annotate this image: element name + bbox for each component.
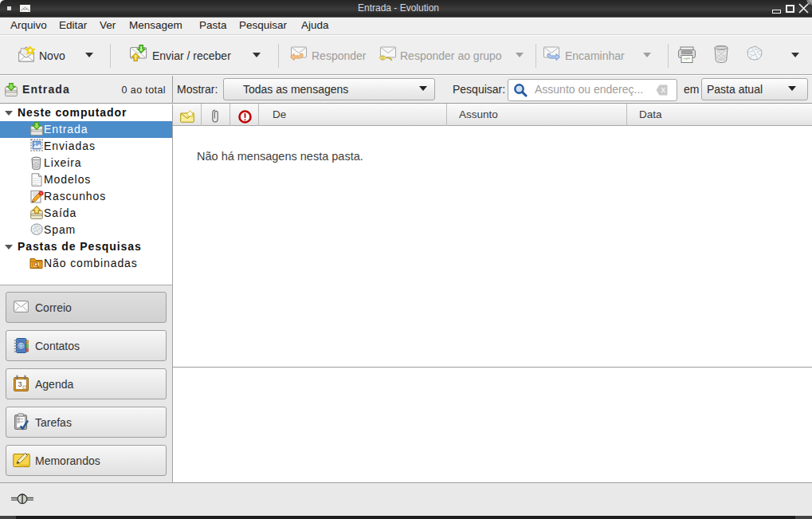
svg-text:3: 3 (18, 380, 22, 388)
svg-text:@: @ (18, 341, 25, 349)
